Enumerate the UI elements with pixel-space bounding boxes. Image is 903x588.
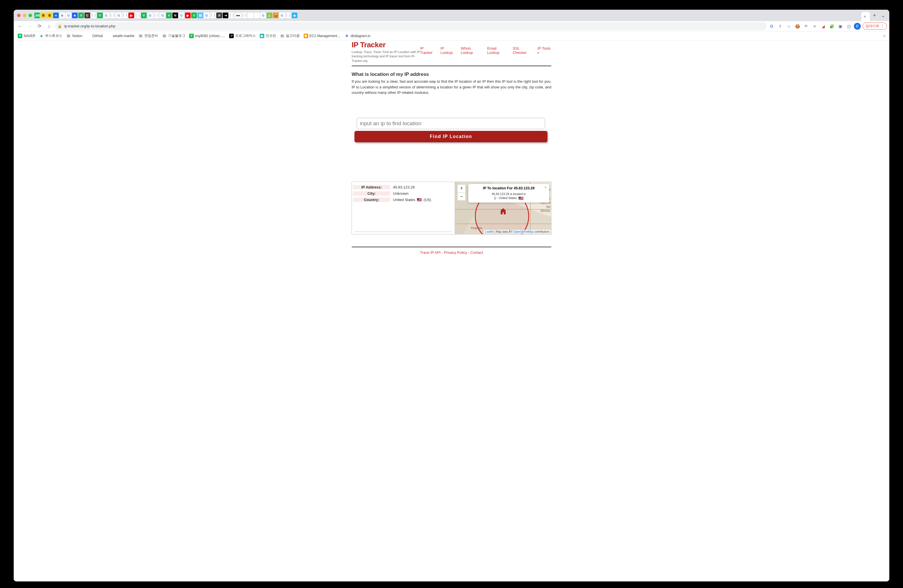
site-subtitle: Lookup, Trace, Track, Find an IP Locatio…	[352, 50, 390, 63]
browser-tab-strip: LINEBB●bG■V🐒⋮⋮VG⋮⋮G⋮⋮▶⋮⋮VG⋮⋮GVNG▶V⛓G⋮⋮⌘⇥…	[14, 10, 390, 21]
result-table: IP Address: 45.83.123.29 City: Unknown C…	[352, 182, 390, 234]
forward-button[interactable]: →	[26, 22, 34, 30]
bookmark-item[interactable]: ↗프로그래머스	[228, 32, 257, 39]
browser-tab[interactable]: 📦	[273, 13, 278, 18]
bookmark-favicon: ⬢	[304, 34, 308, 38]
tabs-container: LINEBB●bG■V🐒⋮⋮VG⋮⋮G⋮⋮▶⋮⋮VG⋮⋮GVNG▶V⛓G⋮⋮⌘⇥…	[34, 13, 390, 18]
bookmark-item[interactable]: ⊞dbdiagram.io	[343, 33, 372, 39]
browser-tab[interactable]: ⋮⋮	[229, 13, 234, 18]
browser-tab[interactable]: ◆	[292, 13, 297, 18]
bookmark-label: 프로그래머스	[235, 33, 256, 38]
browser-tab[interactable]: N	[172, 13, 178, 18]
browser-tab[interactable]: 🐒	[85, 13, 90, 18]
bookmark-item[interactable]: GitHub	[85, 33, 104, 39]
browser-tab[interactable]: V	[166, 13, 172, 18]
browser-tab[interactable]	[248, 13, 253, 18]
browser-tab[interactable]: ⛓	[198, 13, 203, 18]
bookmark-label: dbdiagram.io	[351, 34, 370, 38]
browser-tab[interactable]: B	[47, 13, 52, 18]
browser-tab[interactable]: G	[179, 13, 184, 18]
bookmark-item[interactable]: 🗀면접준비	[137, 32, 160, 39]
bookmark-item[interactable]: NNAVER	[16, 33, 37, 39]
browser-tab[interactable]: G	[279, 13, 285, 18]
page-content: IP Tracker Lookup, Trace, Track, Find an…	[14, 41, 390, 254]
ip-input[interactable]	[357, 118, 390, 129]
bookmark-label: 면접준비	[145, 33, 158, 38]
bookmark-label: wealth-marble	[113, 34, 134, 38]
browser-tab[interactable]: ●	[53, 13, 59, 18]
browser-tab[interactable]: G	[260, 13, 266, 18]
browser-tab[interactable]: ⋮⋮	[210, 13, 216, 18]
bookmark-item[interactable]: 🗀Notion	[64, 33, 84, 39]
browser-tab[interactable]: ⋮⋮	[154, 13, 159, 18]
browser-tab[interactable]: ■	[72, 13, 78, 18]
browser-tab[interactable]: ⇥	[223, 13, 228, 18]
browser-tab[interactable]: V	[191, 13, 197, 18]
browser-tab[interactable]: b	[59, 13, 65, 18]
browser-tab[interactable]: G	[147, 13, 153, 18]
browser-tab[interactable]: ▶	[128, 13, 134, 18]
bookmark-favicon: 🗀	[138, 34, 143, 38]
home-button[interactable]: ⌂	[45, 22, 53, 30]
browser-tab[interactable]: G	[160, 13, 165, 18]
bookmark-favicon: 🗀	[66, 34, 71, 38]
site-logo[interactable]: IP Tracker	[352, 41, 390, 49]
browser-tab[interactable]	[254, 13, 260, 18]
close-window-button[interactable]	[17, 14, 20, 17]
browser-tab[interactable]: ⋮⋮	[110, 13, 115, 18]
browser-tab[interactable]: ●●	[235, 13, 241, 18]
reload-button[interactable]: ⟳	[35, 22, 43, 30]
url-text: ip-tracker.org/ip-to-location.php	[64, 24, 390, 28]
label-country: Country:	[353, 198, 390, 202]
bookmark-favicon: ◉	[39, 34, 44, 38]
browser-tab[interactable]: LINE	[34, 13, 40, 18]
bookmark-label: 인프런	[266, 33, 276, 38]
header-divider	[352, 65, 390, 66]
bookmark-item[interactable]: 🗀기술블로그	[160, 32, 187, 39]
bookmark-favicon: 🗀	[162, 34, 167, 38]
minimize-window-button[interactable]	[23, 14, 26, 17]
bookmark-label: EC2 Management…	[310, 34, 341, 38]
label-ip-address: IP Address:	[353, 185, 390, 189]
back-button[interactable]: ←	[16, 22, 24, 30]
browser-tab[interactable]: ℒ	[267, 13, 272, 18]
bookmark-label: 기술블로그	[168, 33, 185, 38]
bookmark-label: NAVER	[24, 34, 35, 38]
browser-tab[interactable]: G	[116, 13, 121, 18]
result-divider	[355, 232, 390, 232]
bookmark-favicon: ◉	[260, 34, 264, 38]
browser-tab[interactable]: ⋮⋮	[91, 13, 96, 18]
browser-tab[interactable]: G	[66, 13, 71, 18]
window-controls	[16, 14, 34, 17]
browser-tab[interactable]: G	[204, 13, 209, 18]
browser-tab[interactable]: ⋮⋮	[122, 13, 128, 18]
bookmark-item[interactable]: wealth-marble	[105, 33, 136, 39]
browser-tab[interactable]: ⋮⋮	[135, 13, 140, 18]
footer-links: Trace IP API - Privacy Policy - Contact	[352, 250, 390, 254]
bookmark-favicon	[107, 34, 112, 38]
bookmark-favicon: N	[18, 34, 22, 38]
browser-tab[interactable]: V	[78, 13, 84, 18]
browser-tab[interactable]: ▶	[185, 13, 190, 18]
browser-tab[interactable]: G	[103, 13, 109, 18]
browser-tab[interactable]: B	[41, 13, 46, 18]
maximize-window-button[interactable]	[28, 14, 32, 17]
browser-tab[interactable]: ⋮⋮	[285, 13, 291, 18]
bookmark-item[interactable]: ◉인프런	[258, 32, 278, 39]
bookmark-item[interactable]: Vkny8092 (chloe) -…	[187, 33, 227, 39]
table-row: City: Unknown	[353, 190, 390, 197]
browser-tab[interactable]: ⋮⋮	[241, 13, 247, 18]
address-bar[interactable]: 🔒 ip-tracker.org/ip-to-location.php	[55, 22, 390, 30]
section-description: If you are looking for a clear, fast and…	[352, 79, 390, 96]
result-panel: IP Address: 45.83.123.29 City: Unknown C…	[352, 182, 390, 234]
find-ip-location-button[interactable]: Find IP Location	[354, 131, 390, 142]
browser-tab[interactable]: ⌘	[216, 13, 222, 18]
bookmark-favicon	[86, 34, 91, 38]
bookmark-item[interactable]: 🗀알고리즘	[278, 32, 301, 39]
browser-toolbar: ← → ⟳ ⌂ 🔒 ip-tracker.org/ip-to-location.…	[14, 21, 390, 31]
bookmark-item[interactable]: ◉부스트코스	[38, 32, 64, 39]
browser-tab[interactable]: V	[141, 13, 147, 18]
section-title: What is location of my IP address	[352, 72, 390, 77]
browser-tab[interactable]: V	[97, 13, 103, 18]
bookmark-item[interactable]: ⬢EC2 Management…	[302, 33, 343, 39]
